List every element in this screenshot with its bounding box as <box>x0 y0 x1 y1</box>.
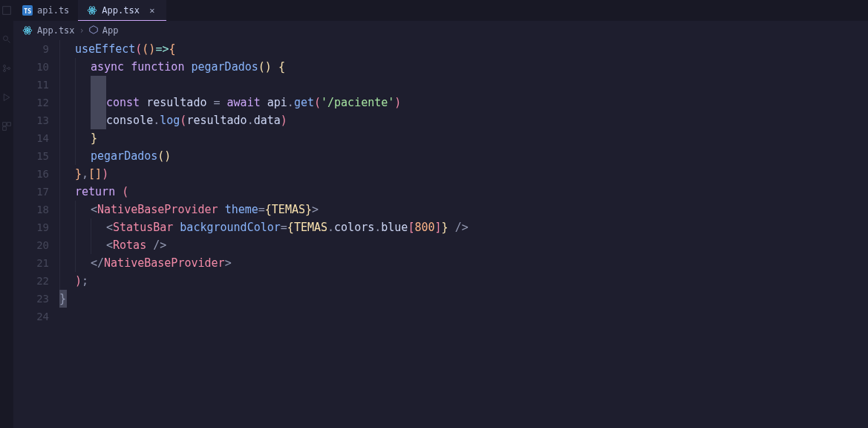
line-number: 21 <box>13 254 49 272</box>
svg-point-1 <box>4 36 8 41</box>
line-number: 9 <box>13 40 49 58</box>
svg-marker-18 <box>90 25 98 33</box>
code-editor[interactable]: 9101112131415161718192021222324 useEffec… <box>13 40 868 428</box>
explorer-icon[interactable] <box>2 6 11 17</box>
code-line[interactable]: </NativeBaseProvider> <box>59 254 868 272</box>
code-line[interactable]: <StatusBar backgroundColor={TEMAS.colors… <box>59 218 868 236</box>
svg-rect-7 <box>3 123 7 126</box>
svg-point-5 <box>8 68 10 70</box>
close-icon[interactable]: ✕ <box>147 5 157 16</box>
svg-point-3 <box>4 65 6 68</box>
line-number: 10 <box>13 58 49 76</box>
svg-line-2 <box>8 41 10 43</box>
line-number: 23 <box>13 290 49 308</box>
svg-point-10 <box>91 9 93 10</box>
line-number: 13 <box>13 111 49 129</box>
svg-rect-8 <box>7 123 11 126</box>
code-line[interactable] <box>59 76 868 94</box>
editor-tab[interactable]: App.tsx✕ <box>78 0 166 21</box>
code-line[interactable]: <Rotas /> <box>59 236 868 254</box>
editor-tabs: TSapi.tsApp.tsx✕ <box>13 0 868 21</box>
tab-label: api.ts <box>37 5 69 16</box>
code-line[interactable]: return ( <box>59 183 868 201</box>
breadcrumb-file[interactable]: App.tsx <box>37 25 75 36</box>
code-line[interactable]: <NativeBaseProvider theme={TEMAS}> <box>59 201 868 218</box>
line-number: 19 <box>13 218 49 236</box>
line-number: 16 <box>13 165 49 183</box>
svg-marker-6 <box>4 94 10 101</box>
code-line[interactable]: pegarDados() <box>59 147 868 165</box>
react-icon <box>87 5 97 16</box>
tab-label: App.tsx <box>102 5 140 16</box>
line-number: 14 <box>13 129 49 147</box>
react-icon <box>22 25 33 36</box>
code-line[interactable]: ); <box>59 272 868 290</box>
code-area[interactable]: useEffect(()=>{async function pegarDados… <box>59 40 868 428</box>
code-line[interactable]: async function pegarDados() { <box>59 58 868 76</box>
svg-point-4 <box>4 70 6 72</box>
extensions-icon[interactable] <box>2 122 11 133</box>
line-number: 24 <box>13 308 49 325</box>
line-number: 20 <box>13 236 49 254</box>
activity-bar <box>0 0 13 428</box>
svg-rect-9 <box>3 127 7 131</box>
search-icon[interactable] <box>2 35 11 46</box>
breadcrumb-symbol[interactable]: App <box>102 25 119 36</box>
svg-rect-0 <box>3 7 11 15</box>
line-number: 11 <box>13 76 49 94</box>
chevron-right-icon: › <box>79 25 85 36</box>
code-line[interactable]: },[]) <box>59 165 868 183</box>
code-line[interactable]: useEffect(()=>{ <box>59 40 868 58</box>
scm-icon[interactable] <box>2 64 11 75</box>
line-number: 15 <box>13 147 49 165</box>
line-number: 18 <box>13 201 49 218</box>
breadcrumb[interactable]: App.tsx › App <box>13 21 868 40</box>
symbol-icon <box>89 25 98 36</box>
svg-point-14 <box>27 30 28 31</box>
typescript-icon: TS <box>22 5 33 16</box>
line-gutter: 9101112131415161718192021222324 <box>13 40 59 428</box>
code-line[interactable] <box>59 308 868 325</box>
line-number: 17 <box>13 183 49 201</box>
code-line[interactable]: } <box>59 129 868 147</box>
code-line[interactable]: const resultado = await api.get('/pacien… <box>59 94 868 111</box>
code-line[interactable]: } <box>59 290 868 308</box>
debug-icon[interactable] <box>2 93 11 104</box>
code-line[interactable]: console.log(resultado.data) <box>59 111 868 129</box>
line-number: 12 <box>13 94 49 111</box>
editor-tab[interactable]: TSapi.ts <box>13 0 78 21</box>
line-number: 22 <box>13 272 49 290</box>
